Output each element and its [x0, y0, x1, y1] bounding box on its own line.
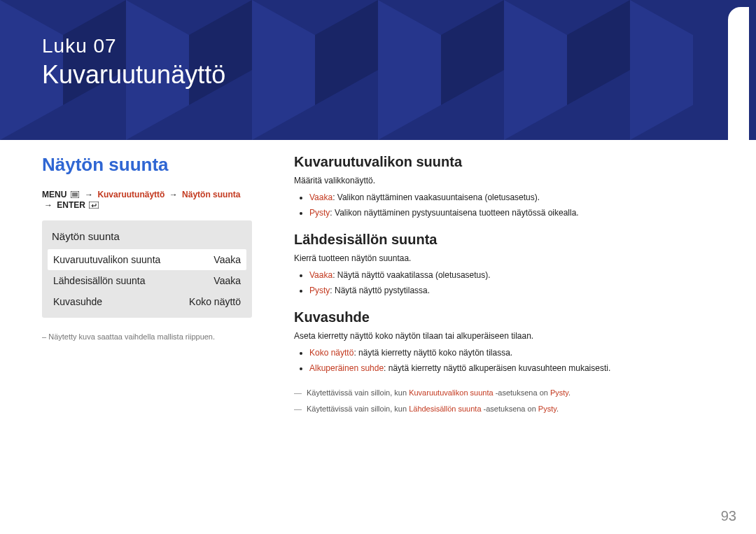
breadcrumb-menu: MENU — [42, 190, 66, 199]
option-text: : näytä kierretty näyttö koko näytön til… — [354, 348, 512, 358]
breadcrumb-enter: ENTER — [57, 200, 85, 210]
option-name: Pysty — [309, 208, 330, 218]
availability-note: Käytettävissä vain silloin, kun Lähdesis… — [294, 403, 728, 415]
option-text: : Näytä näyttö vaakatilassa (oletusasetu… — [332, 270, 490, 280]
option-name: Vaaka — [309, 192, 332, 202]
image-disclaimer: – Näytetty kuva saattaa vaihdella mallis… — [42, 332, 252, 342]
menu-row-label: Kuvaruutuvalikon suunta — [53, 254, 160, 265]
availability-note: Käytettävissä vain silloin, kun Kuvaruut… — [294, 387, 728, 399]
section-description: Kierrä tuotteen näytön suuntaa. — [294, 253, 728, 263]
menu-preview-panel: Näytön suunta Kuvaruutuvalikon suuntaVaa… — [42, 220, 252, 318]
option-item: Vaaka: Valikon näyttäminen vaakasuuntais… — [309, 191, 728, 204]
section-description: Määritä valikkonäyttö. — [294, 176, 728, 185]
arrow-icon: → — [44, 200, 52, 210]
menu-row-value: Koko näyttö — [189, 296, 241, 307]
setting-ref: Kuvaruutuvalikon suunta — [409, 388, 493, 397]
option-text: : näytä kierretty näyttö alkuperäisen ku… — [384, 363, 610, 373]
section-description: Aseta kierretty näyttö koko näytön tilaa… — [294, 331, 728, 341]
svg-rect-16 — [89, 202, 99, 209]
option-name: Pysty — [309, 286, 330, 295]
option-text: : Näytä näyttö pystytilassa. — [330, 286, 430, 295]
value-ref: Pysty — [550, 388, 568, 397]
arrow-icon: → — [169, 190, 178, 199]
arrow-icon: → — [85, 190, 93, 199]
menu-row-label: Lähdesisällön suunta — [53, 275, 146, 286]
value-ref: Pysty — [538, 405, 556, 413]
enter-icon — [89, 201, 99, 211]
menu-icon — [71, 190, 79, 200]
option-item: Koko näyttö: näytä kierretty näyttö koko… — [309, 346, 728, 359]
chapter-title: Kuvaruutunäyttö — [42, 60, 714, 90]
setting-ref: Lähdesisällön suunta — [409, 405, 481, 413]
option-item: Pysty: Näytä näyttö pystytilassa. — [309, 284, 728, 297]
option-item: Vaaka: Näytä näyttö vaakatilassa (oletus… — [309, 269, 728, 281]
sub-heading: Kuvasuhde — [294, 309, 728, 325]
menu-preview-row: KuvasuhdeKoko näyttö — [48, 291, 246, 312]
chapter-banner: Luku 07 Kuvaruutunäyttö — [0, 0, 756, 140]
breadcrumb-seg2: Näytön suunta — [182, 190, 240, 199]
breadcrumb-seg1: Kuvaruutunäyttö — [97, 190, 164, 199]
menu-row-value: Vaaka — [214, 275, 241, 286]
option-list: Koko näyttö: näytä kierretty näyttö koko… — [294, 346, 728, 374]
content-area: Näytön suunta MENU → Kuvaruutunäyttö → N… — [42, 154, 728, 520]
option-name: Vaaka — [309, 270, 332, 280]
option-item: Pysty: Valikon näyttäminen pystysuuntais… — [309, 206, 728, 219]
option-text: : Valikon näyttäminen vaakasuuntaisena (… — [332, 192, 540, 202]
option-list: Vaaka: Valikon näyttäminen vaakasuuntais… — [294, 191, 728, 219]
sub-heading: Kuvaruutuvalikon suunta — [294, 154, 728, 170]
manual-page: Luku 07 Kuvaruutunäyttö Näytön suunta ME… — [0, 0, 756, 534]
menu-row-value: Vaaka — [214, 254, 241, 265]
option-name: Koko näyttö — [309, 348, 354, 358]
sub-heading: Lähdesisällön suunta — [294, 232, 728, 248]
menu-preview-row: Kuvaruutuvalikon suuntaVaaka — [48, 249, 246, 270]
menu-path: MENU → Kuvaruutunäyttö → Näytön suunta →… — [42, 190, 252, 211]
menu-preview-title: Näytön suunta — [48, 227, 246, 249]
page-number: 93 — [721, 508, 736, 524]
option-item: Alkuperäinen suhde: näytä kierretty näyt… — [309, 362, 728, 374]
menu-row-label: Kuvasuhde — [53, 296, 102, 307]
section-title: Näytön suunta — [42, 154, 252, 176]
menu-preview-row: Lähdesisällön suuntaVaaka — [48, 270, 246, 291]
option-name: Alkuperäinen suhde — [309, 363, 384, 373]
right-column: Kuvaruutuvalikon suuntaMääritä valikkonä… — [294, 154, 728, 520]
option-text: : Valikon näyttäminen pystysuuntaisena t… — [330, 208, 578, 218]
chapter-label: Luku 07 — [42, 35, 714, 57]
option-list: Vaaka: Näytä näyttö vaakatilassa (oletus… — [294, 269, 728, 297]
left-column: Näytön suunta MENU → Kuvaruutunäyttö → N… — [42, 154, 252, 520]
